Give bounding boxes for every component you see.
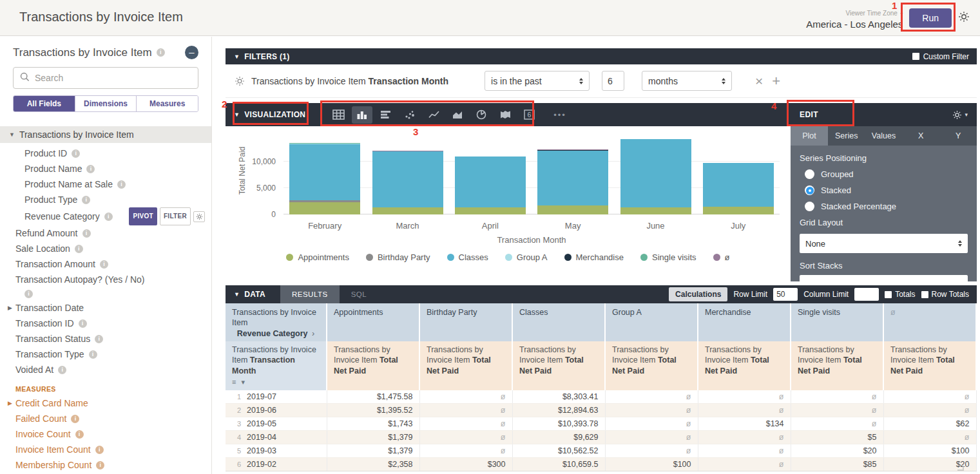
info-icon[interactable]: i [71, 415, 79, 423]
custom-filter-checkbox[interactable] [912, 53, 919, 60]
legend-item-birthday-party[interactable]: Birthday Party [366, 252, 430, 262]
month-cell[interactable]: 42019-04 [226, 431, 327, 444]
field-item-product-name-at-sale[interactable]: Product Name at Salei [0, 176, 211, 192]
field-item-transaction-id[interactable]: Transaction IDi [0, 316, 211, 331]
calculations-button[interactable]: Calculations [669, 287, 727, 301]
value-cell[interactable]: ø [883, 390, 976, 404]
info-icon[interactable]: i [86, 165, 95, 173]
collapse-explore-button[interactable]: – [185, 46, 198, 59]
pivot-value-header-[interactable]: ø [883, 303, 976, 341]
bar-segment-classes[interactable] [620, 139, 691, 207]
bar-segment-appointments[interactable] [455, 207, 526, 214]
measure-column-header[interactable]: Transactions by Invoice Item Total Net P… [327, 341, 419, 390]
bar-segment-classes[interactable] [289, 144, 360, 200]
filter-unit-select[interactable]: months [642, 71, 732, 91]
edit-tab-values[interactable]: Values [865, 126, 903, 146]
legend-item-classes[interactable]: Classes [447, 252, 488, 262]
measure-column-header[interactable]: Transactions by Invoice Item Total Net P… [605, 341, 698, 390]
pivot-value-header-appointments[interactable]: Appointments [327, 303, 419, 341]
bar-segment-appointments[interactable] [289, 202, 360, 214]
bar-april[interactable] [455, 156, 526, 214]
value-cell[interactable]: $1,395.52 [327, 404, 419, 417]
caret-right-icon[interactable]: ▶ [8, 395, 12, 411]
dimension-column-header[interactable]: Transactions by Invoice Item Transaction… [226, 341, 327, 390]
filter-badge[interactable]: FILTER [160, 207, 191, 225]
field-item-invoice-count[interactable]: Invoice Counti [0, 426, 211, 442]
filter-gear-icon[interactable] [235, 76, 245, 86]
info-icon[interactable]: i [95, 446, 104, 454]
measure-column-header[interactable]: Transactions by Invoice Item Total Net P… [698, 341, 791, 390]
resize-handle-icon[interactable] [957, 466, 964, 471]
legend-item-single-visits[interactable]: Single visits [640, 252, 697, 262]
bar-segment-appointments[interactable] [537, 205, 608, 214]
field-item-sale-location[interactable]: Sale Locationi [0, 241, 211, 256]
value-cell[interactable]: ø [698, 444, 791, 458]
field-item-transaction-date[interactable]: ▶Transaction Date [0, 300, 211, 316]
field-item-transaction-type[interactable]: Transaction Typei [0, 346, 211, 362]
data-tab-sql[interactable]: SQL [340, 285, 379, 303]
pivot-value-header-group-a[interactable]: Group A [605, 303, 698, 341]
value-cell[interactable]: ø [605, 404, 698, 417]
map-chart-icon[interactable] [495, 106, 515, 124]
info-icon[interactable]: i [72, 149, 80, 158]
radio-option-grouped[interactable]: Grouped [805, 169, 968, 179]
value-cell[interactable]: $1,743 [327, 417, 419, 431]
field-item-product-name[interactable]: Product Namei [0, 161, 211, 176]
month-cell[interactable]: 12019-07 [226, 390, 327, 404]
radio-icon[interactable] [805, 169, 814, 179]
value-cell[interactable]: $8,303.41 [512, 390, 605, 404]
search-input[interactable] [35, 73, 191, 83]
info-icon[interactable]: i [95, 335, 103, 343]
value-cell[interactable]: $1,379 [327, 444, 419, 458]
radio-icon[interactable] [805, 185, 814, 195]
pivot-value-header-merchandise[interactable]: Merchandise [698, 303, 791, 341]
field-item-transaction-status[interactable]: Transaction Statusi [0, 331, 211, 346]
value-cell[interactable]: ø [605, 417, 698, 431]
value-cell[interactable]: $5 [791, 431, 883, 444]
value-cell[interactable]: ø [698, 458, 791, 471]
value-cell[interactable]: ø [883, 431, 976, 444]
month-cell[interactable]: 52019-03 [226, 444, 327, 458]
value-cell[interactable]: $12,894.63 [512, 404, 605, 417]
field-gear-icon[interactable] [193, 211, 205, 222]
value-cell[interactable]: $1,379 [327, 431, 419, 444]
value-cell[interactable]: ø [419, 431, 512, 444]
value-cell[interactable]: $85 [791, 458, 883, 471]
sidebar-tab-all-fields[interactable]: All Fields [14, 96, 75, 111]
value-cell[interactable]: $100 [883, 444, 976, 458]
field-item-product-id[interactable]: Product IDi [0, 146, 211, 161]
visualization-section-toggle[interactable]: ▼ VISUALIZATION [226, 110, 314, 119]
pivot-value-header-single-visits[interactable]: Single visits [791, 303, 883, 341]
settings-gear-icon[interactable] [958, 11, 970, 25]
field-item-credit-card-name[interactable]: ▶Credit Card Name [0, 395, 211, 411]
edit-tab-x[interactable]: X [902, 126, 939, 146]
viewer-timezone[interactable]: Viewer Time Zone ▾ America - Los Angeles [806, 6, 903, 31]
remove-filter-icon[interactable]: × [755, 74, 763, 88]
bar-chart-icon[interactable] [376, 106, 396, 124]
bar-segment-appointments[interactable] [372, 207, 443, 214]
value-cell[interactable]: $1,475.58 [327, 390, 419, 404]
value-cell[interactable]: $10,393.78 [512, 417, 605, 431]
bar-segment-classes[interactable] [455, 156, 526, 207]
info-icon[interactable]: i [75, 430, 84, 439]
sidebar-tab-measures[interactable]: Measures [137, 96, 198, 111]
bar-june[interactable] [620, 139, 691, 214]
pivot-field-header[interactable]: Transactions by Invoice ItemRevenue Cate… [226, 303, 327, 341]
value-cell[interactable]: ø [791, 417, 883, 431]
value-cell[interactable]: $62 [883, 417, 976, 431]
chevron-down-icon[interactable]: ▾ [241, 377, 245, 387]
measure-column-header[interactable]: Transactions by Invoice Item Total Net P… [419, 341, 512, 390]
bar-segment-classes[interactable] [537, 151, 608, 205]
value-cell[interactable]: ø [419, 417, 512, 431]
table-chart-icon[interactable] [328, 106, 349, 124]
totals-checkbox[interactable] [885, 291, 892, 298]
field-item-transaction-amount[interactable]: Transaction Amounti [0, 256, 211, 272]
sort-stacks-select[interactable] [800, 275, 968, 281]
month-cell[interactable]: 32019-05 [226, 417, 327, 431]
view-group-header[interactable]: ▼ Transactions by Invoice Item [0, 126, 211, 143]
bar-july[interactable] [703, 163, 774, 214]
value-cell[interactable]: ø [698, 404, 791, 417]
field-item-voided-at[interactable]: Voided Ati [0, 362, 211, 377]
info-icon[interactable]: i [96, 461, 104, 469]
pivot-value-header-birthday-party[interactable]: Birthday Party [419, 303, 512, 341]
